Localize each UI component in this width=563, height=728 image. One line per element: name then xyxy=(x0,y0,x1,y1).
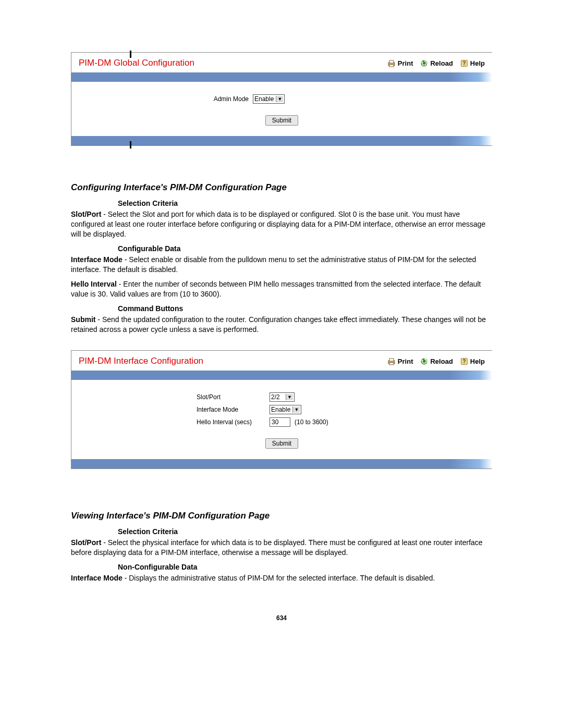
selection-criteria-heading: Selection Criteria xyxy=(118,527,492,536)
interface-mode-term: Interface Mode xyxy=(71,574,123,582)
interface-mode-term: Interface Mode xyxy=(71,255,123,264)
interface-mode-desc: - Select enable or disable from the pull… xyxy=(71,255,476,274)
panel-body: Slot/Port 2/2 ▼ Interface Mode Enable ▼ xyxy=(71,380,492,459)
slot-port-desc: - Select the Slot and port for which dat… xyxy=(71,210,485,238)
panel-actions: Print Reload ? Help xyxy=(387,59,485,67)
admin-mode-row: Admin Mode Enable ▼ xyxy=(71,94,492,104)
svg-rect-1 xyxy=(389,60,394,63)
hello-interval-label: Hello Interval (secs) xyxy=(71,418,270,426)
section-heading: Configuring Interface's PIM-DM Configura… xyxy=(71,182,492,193)
page-number: 634 xyxy=(71,614,492,622)
admin-mode-label: Admin Mode xyxy=(71,95,253,103)
slot-port-row: Slot/Port 2/2 ▼ xyxy=(71,392,492,402)
panel-actions: Print Reload ? Help xyxy=(387,357,485,365)
interface-mode-value: Enable xyxy=(271,406,290,413)
print-icon xyxy=(387,59,396,67)
chevron-down-icon: ▼ xyxy=(286,394,293,400)
svg-text:?: ? xyxy=(462,359,466,364)
reload-icon xyxy=(420,357,428,365)
slot-port-term: Slot/Port xyxy=(71,538,101,547)
admin-mode-select[interactable]: Enable ▼ xyxy=(253,94,285,104)
panel-title: PIM-DM Global Configuration xyxy=(79,58,387,68)
hello-interval-row: Hello Interval (secs) 30 (10 to 3600) xyxy=(71,417,492,427)
panel-header: PIM-DM Global Configuration Print Reload xyxy=(71,53,492,72)
svg-text:?: ? xyxy=(462,60,466,66)
interface-mode-paragraph: Interface Mode - Select enable or disabl… xyxy=(71,255,492,275)
hello-interval-term: Hello Interval xyxy=(71,280,117,288)
help-icon: ? xyxy=(460,59,468,67)
submit-paragraph: Submit - Send the updated configuration … xyxy=(71,315,492,335)
section-heading: Viewing Interface's PIM-DM Configuration… xyxy=(71,511,492,521)
hello-interval-hint: (10 to 3600) xyxy=(295,418,328,426)
hello-interval-value: 30 xyxy=(272,418,278,426)
chevron-down-icon: ▼ xyxy=(292,406,300,413)
svg-rect-7 xyxy=(389,359,394,361)
selection-criteria-heading: Selection Criteria xyxy=(118,199,492,207)
hello-interval-paragraph: Hello Interval - Enter the number of sec… xyxy=(71,279,492,299)
submit-button[interactable]: Submit xyxy=(265,438,298,449)
section-configuring-interface: Configuring Interface's PIM-DM Configura… xyxy=(71,182,492,335)
interface-config-panel: PIM-DM Interface Configuration Print Rel… xyxy=(71,350,492,469)
chevron-down-icon: ▼ xyxy=(276,96,283,102)
help-label: Help xyxy=(470,59,485,67)
help-label: Help xyxy=(470,357,485,365)
section-viewing-interface: Viewing Interface's PIM-DM Configuration… xyxy=(71,511,492,583)
svg-rect-2 xyxy=(389,65,394,67)
help-button[interactable]: ? Help xyxy=(460,59,485,67)
print-label: Print xyxy=(398,357,413,365)
reload-button[interactable]: Reload xyxy=(420,59,452,67)
reload-label: Reload xyxy=(430,59,452,67)
svg-rect-8 xyxy=(389,363,394,365)
configurable-data-heading: Configurable Data xyxy=(118,244,492,253)
interface-mode-label: Interface Mode xyxy=(71,406,270,413)
blue-bar xyxy=(71,72,492,82)
hello-interval-input[interactable]: 30 xyxy=(270,417,290,427)
non-configurable-data-heading: Non-Configurable Data xyxy=(118,563,492,571)
print-label: Print xyxy=(398,59,413,67)
reload-button[interactable]: Reload xyxy=(420,357,452,365)
slot-port-paragraph: Slot/Port - Select the physical interfac… xyxy=(71,538,492,558)
slot-port-label: Slot/Port xyxy=(71,393,270,401)
reload-icon xyxy=(420,59,428,67)
blue-bar xyxy=(71,371,492,380)
admin-mode-value: Enable xyxy=(254,95,274,103)
interface-mode-desc: - Displays the administrative status of … xyxy=(123,574,435,582)
blue-bar-bottom xyxy=(71,459,492,468)
slot-port-paragraph: Slot/Port - Select the Slot and port for… xyxy=(71,209,492,239)
submit-button[interactable]: Submit xyxy=(265,115,298,126)
reload-label: Reload xyxy=(430,357,452,365)
interface-mode-paragraph: Interface Mode - Displays the administra… xyxy=(71,573,492,583)
slot-port-select[interactable]: 2/2 ▼ xyxy=(270,392,295,402)
command-buttons-heading: Command Buttons xyxy=(118,304,492,313)
interface-mode-row: Interface Mode Enable ▼ xyxy=(71,405,492,414)
slot-port-value: 2/2 xyxy=(271,393,280,401)
blue-bar-bottom xyxy=(71,136,492,145)
print-button[interactable]: Print xyxy=(387,59,413,67)
slot-port-term: Slot/Port xyxy=(71,210,101,218)
print-button[interactable]: Print xyxy=(387,357,413,365)
slot-port-desc: - Select the physical interface for whic… xyxy=(71,538,483,557)
global-config-panel: PIM-DM Global Configuration Print Reload xyxy=(71,52,492,146)
help-icon: ? xyxy=(460,357,468,365)
print-icon xyxy=(387,357,396,365)
panel-body: Admin Mode Enable ▼ Submit xyxy=(71,82,492,136)
submit-desc: - Send the updated configuration to the … xyxy=(71,315,486,334)
interface-mode-select[interactable]: Enable ▼ xyxy=(270,405,301,414)
panel-header: PIM-DM Interface Configuration Print Rel… xyxy=(71,351,492,371)
submit-term: Submit xyxy=(71,315,95,324)
help-button[interactable]: ? Help xyxy=(460,357,485,365)
panel-title: PIM-DM Interface Configuration xyxy=(79,356,387,366)
hello-interval-desc: - Enter the number of seconds between PI… xyxy=(71,280,481,298)
